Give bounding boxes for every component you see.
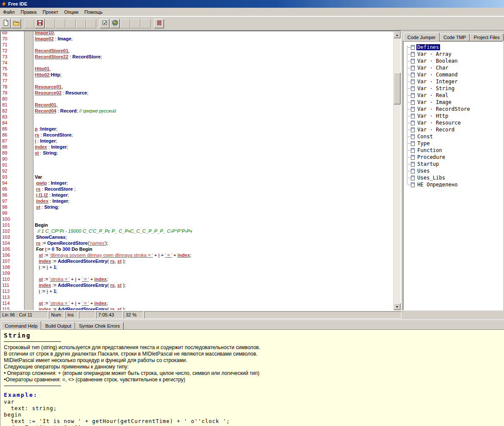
code-line[interactable]: Begin (35, 222, 393, 228)
tree-item-defines[interactable]: Defines (404, 44, 501, 51)
tree-item-не-определено[interactable]: НЕ Определено (404, 181, 501, 188)
code-line[interactable] (35, 216, 393, 222)
code-line[interactable]: i : Integer; (35, 138, 393, 144)
tab-project-files[interactable]: Project Files (470, 33, 504, 41)
code-line[interactable]: index : Integer; (35, 144, 393, 150)
tree-item-var-char[interactable]: Var · Char (404, 64, 501, 71)
tree-item-function[interactable]: Function (404, 147, 501, 154)
code-line[interactable]: i := i + 1; (35, 288, 393, 294)
open-file-button[interactable] (11, 19, 21, 28)
code-line[interactable] (35, 270, 393, 276)
code-line[interactable]: qwip : Integer; (35, 180, 393, 186)
menu-item[interactable]: Проект (39, 9, 61, 15)
code-line[interactable] (35, 60, 393, 66)
scroll-up-button[interactable]: ▲ (394, 31, 401, 38)
line-number: 104 (1, 240, 24, 246)
tab-code-tmp[interactable]: Code TMP (440, 33, 470, 41)
tree-item-uses[interactable]: Uses (404, 167, 501, 174)
menu-item[interactable]: Опции (61, 9, 81, 15)
menu-item[interactable]: Правка (18, 9, 39, 15)
code-line[interactable]: For i:= 0 To 300 Do Begin (35, 246, 393, 252)
tree-item-procedure[interactable]: Procedure (404, 154, 501, 161)
code-line[interactable]: rs : RecordStore; (35, 132, 393, 138)
code-line[interactable]: Image02 : Image; (35, 36, 393, 42)
document-icon (411, 176, 415, 180)
tab-code-jumper[interactable]: Code Jumper (404, 33, 440, 41)
code-line[interactable]: Var (35, 174, 393, 180)
code-line[interactable] (35, 96, 393, 102)
code-line[interactable]: rs := OpenRecordStore('names'); (35, 240, 393, 246)
code-line[interactable]: RecordStore22 : RecordStore; (35, 54, 393, 60)
line-number: 101 (1, 222, 24, 228)
scrollbar-thumb[interactable] (394, 73, 401, 104)
code-line[interactable] (35, 210, 393, 216)
tree-item-var-record[interactable]: Var · Record (404, 126, 501, 133)
code-line[interactable]: st := 'dlinnaya sovsem dlinnay osen dlin… (35, 252, 393, 258)
code-line[interactable]: index : Integer; (35, 198, 393, 204)
code-area[interactable]: Image10,Image02 : Image;RecordStore01,Re… (33, 31, 393, 310)
code-line[interactable] (35, 168, 393, 174)
code-line[interactable]: Record01, (35, 102, 393, 108)
syntax-check-button[interactable] (100, 19, 109, 28)
code-line[interactable]: RecordStore01, (35, 48, 393, 54)
tree-item-var-image[interactable]: Var · Image (404, 99, 501, 106)
code-jumper-tree[interactable]: DefinesVar · ArrayVar · BooleanVar · Cha… (403, 41, 503, 310)
tab-command-help[interactable]: Command Help (1, 321, 41, 330)
vertical-scrollbar[interactable]: ▲ ▼ (393, 31, 401, 310)
code-line[interactable]: rs : RecordStore ; (35, 186, 393, 192)
code-line[interactable]: Http01, (35, 66, 393, 72)
menu-item[interactable]: Файл (0, 9, 18, 15)
tree-item-var-http[interactable]: Var · Http (404, 113, 501, 119)
save-button[interactable] (35, 19, 45, 28)
pause-button[interactable] (154, 19, 164, 28)
tree-item-var-array[interactable]: Var · Array (404, 51, 501, 58)
tab-build-output[interactable]: Build Output (41, 322, 75, 329)
code-line[interactable]: Record04 : Record; // qwqwe русский (35, 108, 393, 114)
code-line[interactable]: Http02:Http; (35, 72, 393, 78)
tree-item-var-real[interactable]: Var · Real (404, 92, 501, 99)
code-line[interactable]: index := AddRecordStoreEntry( rs, st ); (35, 306, 393, 310)
scroll-down-button[interactable]: ▼ (394, 303, 401, 310)
code-line[interactable]: index := AddRecordStoreEntry( rs, st ); (35, 282, 393, 288)
line-number: 98 (1, 204, 24, 210)
tree-item-var-string[interactable]: Var · String (404, 85, 501, 92)
code-line[interactable]: ShowCanvas; (35, 234, 393, 240)
tree-item-var-command[interactable]: Var · Command (404, 71, 501, 78)
code-line[interactable]: index := AddRecordStoreEntry( rs, st ); (35, 258, 393, 264)
new-file-button[interactable] (1, 19, 11, 28)
tree-item-label: Var · Http (416, 113, 449, 119)
tab-syntax-chek-errors[interactable]: Syntax Chek Errors (75, 322, 124, 329)
tree-item-uses-libs[interactable]: Uses_Libs (404, 174, 501, 181)
code-line[interactable] (35, 162, 393, 168)
code-line[interactable] (35, 156, 393, 162)
code-line[interactable]: st := 'stroka = ' + i + ' = ' + index; (35, 276, 393, 282)
code-line[interactable]: st := 'stroka = ' + i + ' = ' + index; (35, 300, 393, 306)
tree-item-var-recordstore[interactable]: Var · RecordStore (404, 106, 501, 113)
code-line[interactable]: Resource01, (35, 84, 393, 90)
code-line[interactable]: st : String; (35, 150, 393, 156)
code-line[interactable]: Resource02 : Resource; (35, 90, 393, 96)
code-line[interactable] (35, 114, 393, 120)
code-line[interactable]: // 1 С_СР°Рі - 15000 С_С'С_Р_Рє Р_ С_РчС… (35, 228, 393, 234)
tree-item-type[interactable]: Type (404, 140, 501, 147)
tree-item-startup[interactable]: Startup (404, 161, 501, 167)
tree-item-var-resource[interactable]: Var · Resource (404, 119, 501, 126)
tree-item-var-boolean[interactable]: Var · Boolean (404, 58, 501, 64)
compile-button[interactable] (110, 19, 120, 28)
line-number: 90 (1, 156, 24, 162)
code-line[interactable]: i := i + 1; (35, 264, 393, 270)
menu-item[interactable]: Помощь (82, 9, 106, 15)
tree-item-const[interactable]: Const (404, 133, 501, 140)
code-line[interactable] (35, 78, 393, 84)
tree-item-var-integer[interactable]: Var · Integer (404, 78, 501, 85)
new-file-icon (3, 19, 9, 28)
code-line[interactable]: st : String; (35, 204, 393, 210)
code-editor[interactable]: 6970717273747576777879808182838485868788… (0, 30, 401, 311)
code-line[interactable] (35, 42, 393, 48)
code-line[interactable] (35, 294, 393, 300)
document-icon (411, 128, 415, 132)
code-line[interactable]: p :Integer; (35, 126, 393, 132)
code-line[interactable]: i,l1,l2 : Integer; (35, 192, 393, 198)
code-line[interactable] (35, 120, 393, 126)
code-line[interactable]: Image10, (35, 31, 393, 36)
